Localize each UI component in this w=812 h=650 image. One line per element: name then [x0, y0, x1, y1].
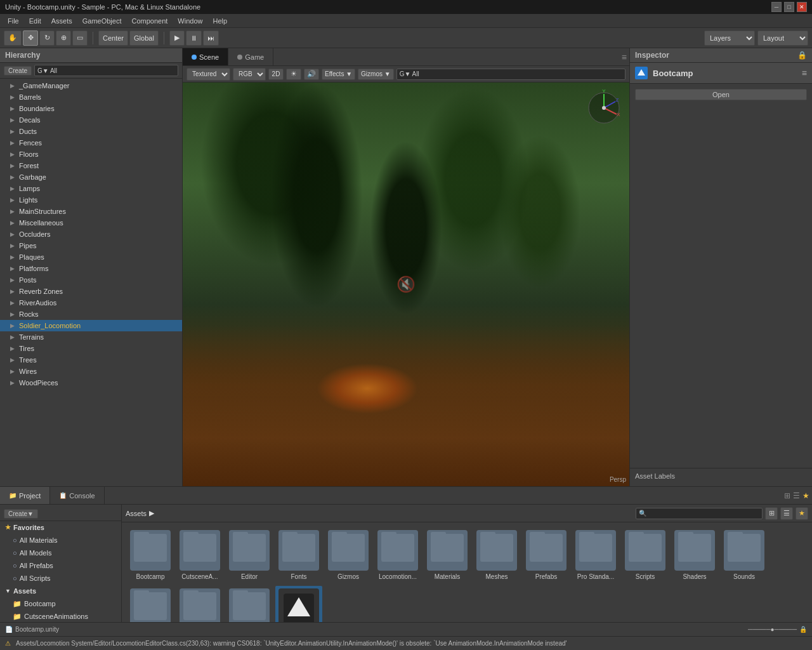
hierarchy-item-boundaries[interactable]: ▶ Boundaries [0, 103, 182, 114]
hierarchy-item-mainstructures[interactable]: ▶ MainStructures [0, 206, 182, 217]
hierarchy-item-reverb[interactable]: ▶ Reverb Zones [0, 286, 182, 297]
menu-gameobject[interactable]: GameObject [77, 16, 127, 26]
gizmos-button[interactable]: Gizmos ▼ [358, 69, 394, 80]
hierarchy-item-trees[interactable]: ▶ Trees [0, 354, 182, 366]
play-button[interactable]: ▶ [169, 30, 185, 46]
scene-tab[interactable]: Scene [183, 48, 228, 65]
zoom-slider[interactable]: ─────●───── [748, 626, 797, 633]
sidebar-item-bootcamp[interactable]: 📁 Bootcamp [0, 597, 121, 610]
hierarchy-item-posts[interactable]: ▶ Posts [0, 274, 182, 286]
asset-gizmos[interactable]: Gizmos [325, 527, 372, 583]
sun-button[interactable]: ☀ [286, 69, 301, 80]
assets-star-btn[interactable]: ★ [796, 507, 808, 520]
assets-icon-btn2[interactable]: ☰ [780, 507, 793, 520]
sidebar-item-all-scripts[interactable]: ○ All Scripts [0, 572, 121, 585]
project-panel-star-btn[interactable]: ★ [802, 491, 809, 500]
hierarchy-item-miscellaneous[interactable]: ▶ Miscellaneous [0, 217, 182, 229]
asset-sounds[interactable]: Sounds [721, 527, 768, 583]
scene-menu-icon[interactable]: ≡ [622, 52, 627, 62]
asset-bootcamp-unity[interactable]: Bootcamp [275, 586, 322, 622]
menu-help[interactable]: Help [207, 16, 232, 26]
inspector-lock-icon[interactable]: 🔒 [797, 51, 807, 60]
inspector-open-button[interactable]: Open [635, 89, 807, 100]
2d-button[interactable]: 2D [268, 69, 284, 80]
assets-icon-btn1[interactable]: ⊞ [765, 507, 778, 520]
hierarchy-item-barrels[interactable]: ▶ Barrels [0, 91, 182, 103]
rotate-tool[interactable]: ↻ [39, 30, 55, 46]
hierarchy-item-tires[interactable]: ▶ Tires [0, 343, 182, 354]
project-panel-icon-btn2[interactable]: ☰ [793, 491, 800, 500]
rect-tool[interactable]: ▭ [72, 30, 88, 46]
layout-dropdown[interactable]: Layout [757, 30, 808, 46]
scene-search[interactable] [396, 69, 625, 80]
sidebar-item-all-models[interactable]: ○ All Models [0, 547, 121, 559]
game-tab[interactable]: Game [228, 48, 273, 65]
scene-viewport[interactable]: 🔇 Y X Z [183, 83, 629, 486]
move-tool[interactable]: ✥ [23, 30, 38, 46]
asset-terrains[interactable]: Terrains [176, 586, 223, 622]
project-tab[interactable]: 📁 Project [0, 487, 50, 504]
menu-edit[interactable]: Edit [24, 16, 46, 26]
audio-button[interactable]: 🔊 [304, 69, 319, 80]
project-create-button[interactable]: Create▼ [4, 509, 38, 519]
asset-editor[interactable]: Editor [226, 527, 273, 583]
asset-meshes[interactable]: Meshes [473, 527, 520, 583]
hierarchy-item-occluders[interactable]: ▶ Occluders [0, 229, 182, 240]
hierarchy-item-forest[interactable]: ▶ Forest [0, 160, 182, 171]
console-tab[interactable]: 📋 Console [50, 487, 104, 504]
minimize-button[interactable]: ─ [771, 2, 782, 12]
asset-prefabs[interactable]: Prefabs [523, 527, 570, 583]
layers-dropdown[interactable]: Layers [704, 30, 755, 46]
hierarchy-item-rocks[interactable]: ▶ Rocks [0, 308, 182, 320]
hierarchy-search[interactable] [34, 65, 178, 76]
hierarchy-item-wires[interactable]: ▶ Wires [0, 366, 182, 377]
menu-assets[interactable]: Assets [46, 16, 77, 26]
asset-standard[interactable]: Standard A... [127, 586, 174, 622]
asset-fonts[interactable]: Fonts [275, 527, 322, 583]
close-button[interactable]: ✕ [797, 2, 807, 12]
asset-locomotion[interactable]: Locomotion... [374, 527, 421, 583]
hierarchy-item-woodpieces[interactable]: ▶ WoodPieces [0, 377, 182, 388]
hierarchy-item-floors[interactable]: ▶ Floors [0, 149, 182, 160]
hierarchy-item-ducts[interactable]: ▶ Ducts [0, 126, 182, 137]
pause-button[interactable]: ⏸ [186, 30, 202, 46]
asset-bootcamp[interactable]: Bootcamp [127, 527, 174, 583]
menu-window[interactable]: Window [173, 16, 207, 26]
hierarchy-create-button[interactable]: Create [4, 66, 32, 76]
hierarchy-item-platforms[interactable]: ▶ Platforms [0, 263, 182, 274]
color-mode-dropdown[interactable]: RGB [233, 68, 266, 81]
global-button[interactable]: Global [129, 30, 159, 46]
step-button[interactable]: ⏭ [203, 30, 219, 46]
hierarchy-item-gamemanager[interactable]: ▶ _GameManager [0, 80, 182, 91]
sidebar-item-all-prefabs[interactable]: ○ All Prefabs [0, 559, 121, 572]
hierarchy-item-lamps[interactable]: ▶ Lamps [0, 183, 182, 194]
assets-search-input[interactable] [636, 508, 763, 519]
hierarchy-item-fences[interactable]: ▶ Fences [0, 137, 182, 149]
project-favorites-header[interactable]: ★ Favorites [0, 521, 121, 534]
asset-shaders[interactable]: Shaders [671, 527, 718, 583]
asset-cutscene[interactable]: CutsceneA... [176, 527, 223, 583]
project-panel-icon-btn1[interactable]: ⊞ [784, 491, 790, 500]
asset-textures[interactable]: Textures [226, 586, 273, 622]
asset-materials[interactable]: Materials [424, 527, 471, 583]
hierarchy-item-decals[interactable]: ▶ Decals [0, 114, 182, 126]
hierarchy-item-riveraudios[interactable]: ▶ RiverAudios [0, 297, 182, 308]
maximize-button[interactable]: □ [784, 2, 794, 12]
hierarchy-item-soldier[interactable]: ▶ Soldier_Locomotion [0, 320, 182, 331]
hierarchy-item-plaques[interactable]: ▶ Plaques [0, 251, 182, 263]
hierarchy-item-lights[interactable]: ▶ Lights [0, 194, 182, 206]
asset-scripts[interactable]: Scripts [622, 527, 669, 583]
center-button[interactable]: Center [98, 30, 128, 46]
render-mode-dropdown[interactable]: Textured [187, 68, 230, 81]
project-assets-header[interactable]: ▼ Assets [0, 585, 121, 597]
hand-tool[interactable]: ✋ [4, 30, 22, 46]
menu-component[interactable]: Component [126, 16, 173, 26]
hierarchy-item-pipes[interactable]: ▶ Pipes [0, 240, 182, 251]
menu-file[interactable]: File [3, 16, 24, 26]
hierarchy-item-terrains[interactable]: ▶ Terrains [0, 331, 182, 343]
scale-tool[interactable]: ⊕ [56, 30, 71, 46]
hierarchy-item-garbage[interactable]: ▶ Garbage [0, 171, 182, 183]
inspector-menu-btn[interactable]: ≡ [802, 68, 807, 78]
sidebar-item-cutscene[interactable]: 📁 CutsceneAnimations [0, 610, 121, 622]
sidebar-item-all-materials[interactable]: ○ All Materials [0, 534, 121, 547]
